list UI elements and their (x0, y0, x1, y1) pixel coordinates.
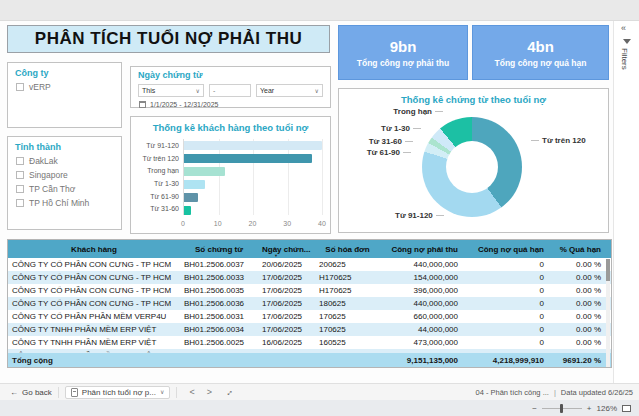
bar-category-axis: Từ 91-120Từ trên 120Trong hạnTừ 1-30Từ 6… (137, 139, 183, 215)
go-back-button[interactable]: ← Go back (10, 388, 52, 397)
axis-tick-label: 10 (214, 220, 222, 227)
table-cell: 16/06/2025 (258, 336, 315, 349)
filters-pane-label[interactable]: Filters (620, 48, 629, 70)
checkbox-item[interactable]: TP Hồ Chí Minh (8, 196, 121, 210)
table-cell: BH01.2506.0036 (180, 297, 258, 310)
relative-date-unit-dropdown[interactable]: Year ∨ (256, 84, 323, 97)
checkbox-label: ĐakLak (29, 156, 58, 166)
browser-chrome-strip (0, 0, 639, 21)
relative-date-mode-dropdown[interactable]: This ∨ (138, 84, 204, 97)
bar-row (184, 139, 322, 152)
table-row[interactable]: CÔNG TY CỔ PHẦN CON CƯNG - TP HCMBH01.25… (8, 271, 611, 284)
column-header[interactable]: Công nợ quá hạn (462, 240, 548, 258)
fit-to-page-button[interactable] (622, 405, 631, 412)
table-cell: 0 (462, 297, 548, 310)
receivables-table: Khách hàngSố chứng từNgày chứn...▼Số hóa… (7, 239, 612, 368)
zoom-out-button[interactable]: − (532, 404, 537, 413)
table-cell: 200625 (315, 258, 380, 271)
checkbox-label: Singapore (29, 170, 68, 180)
chart-title: Thống kê khách hàng theo tuổi nợ (131, 117, 330, 133)
sort-descending-icon[interactable]: ▼ (274, 253, 278, 258)
donut-slice-label: Từ 31-60 (369, 137, 413, 146)
bar[interactable] (184, 167, 225, 176)
page-selector-dropdown[interactable]: Phân tích tuổi nợ p... ∨ (65, 386, 171, 399)
date-slicer: Ngày chứng từ This ∨ - Year ∨ 1/1/2025 -… (130, 66, 331, 108)
filter-funnel-icon (623, 39, 631, 44)
table-cell: 17/06/2025 (258, 297, 315, 310)
checkbox-icon[interactable] (16, 83, 24, 91)
checkbox-icon[interactable] (16, 171, 24, 179)
bar-category-label: Từ 31-60 (137, 202, 183, 215)
bar[interactable] (184, 141, 322, 150)
divider: | (554, 388, 556, 397)
bar-plot-area (183, 139, 322, 215)
column-header[interactable]: % Quá hạn (548, 240, 605, 258)
calendar-icon (139, 101, 146, 108)
table-cell: 170625 (315, 310, 380, 323)
date-range-row: 1/1/2025 - 12/31/2025 (131, 97, 330, 108)
slicer-title: Ngày chứng từ (131, 67, 330, 82)
table-row[interactable]: CÔNG TY CỔ PHẦN CON CƯNG - TP HCMBH01.25… (8, 284, 611, 297)
kpi-value: 4bn (527, 38, 554, 56)
column-header[interactable]: Khách hàng (8, 240, 180, 258)
table-scrollbar[interactable] (606, 259, 610, 367)
column-header[interactable]: Công nợ phải thu (380, 240, 462, 258)
table-row[interactable]: CÔNG TY CỔ PHẦN CON CƯNG - TP HCMBH01.25… (8, 258, 611, 271)
checkbox-icon[interactable] (16, 199, 24, 207)
relative-date-number-input[interactable]: - (209, 84, 251, 97)
table-row[interactable]: CÔNG TY CỔ PHẦN CON CƯNG - TP HCMBH01.25… (8, 297, 611, 310)
zoom-slider-thumb[interactable] (560, 404, 563, 413)
table-cell: CÔNG TY CỔ PHẦN CON CƯNG - TP HCM (8, 297, 180, 310)
table-cell: 0 (462, 284, 548, 297)
axis-tick-label: 0 (181, 220, 185, 227)
checkbox-item[interactable]: vERP (8, 80, 121, 94)
expand-filters-pane-icon[interactable]: « (621, 23, 626, 33)
chevron-down-icon: ∨ (315, 88, 319, 94)
date-range-value: 1/1/2025 - 12/31/2025 (150, 101, 219, 108)
zoom-slider[interactable] (542, 408, 582, 409)
bar[interactable] (184, 206, 191, 215)
bar[interactable] (184, 180, 205, 189)
bar-category-label: Từ 91-120 (137, 139, 183, 152)
column-header[interactable]: Số hóa đơn (315, 240, 380, 258)
table-cell: 0 (462, 258, 548, 271)
page-selector-label: Phân tích tuổi nợ p... (82, 388, 156, 397)
checkbox-icon[interactable] (16, 157, 24, 165)
checkbox-item[interactable]: TP Cần Thơ (8, 182, 121, 196)
table-cell: 0 (462, 310, 548, 323)
table-cell: BH01.2506.0035 (180, 284, 258, 297)
table-cell: 0.00 % (548, 297, 605, 310)
table-row[interactable]: CÔNG TY TNHH PHẦN MỀM ERP VIỆTBH01.2506.… (8, 323, 611, 336)
table-cell: 0.00 % (548, 258, 605, 271)
table-cell: BH01.2506.0034 (180, 323, 258, 336)
chevron-down-icon: ∨ (160, 389, 164, 395)
scrollbar-thumb[interactable] (606, 259, 610, 281)
documents-by-age-donut-chart: Thống kê chứng từ theo tuổi nợ Từ trên 1… (338, 88, 609, 233)
table-row[interactable]: CÔNG TY CỔ PHẦN PHẦN MỀM VERP4UBH01.2506… (8, 310, 611, 323)
column-header[interactable]: Số chứng từ (180, 240, 258, 258)
table-cell: CÔNG TY CỔ PHẦN CON CƯNG - TP HCM (8, 284, 180, 297)
checkbox-item[interactable]: Singapore (8, 168, 121, 182)
previous-page-button[interactable]: < (189, 387, 194, 397)
table-cell: BH01.2506.0031 (180, 310, 258, 323)
bar[interactable] (184, 193, 198, 202)
table-row[interactable]: CÔNG TY TNHH PHẦN MỀM ERP VIỆTBH01.2506.… (8, 336, 611, 349)
province-checkbox-list: ĐakLakSingaporeTP Cần ThơTP Hồ Chí Minh (8, 154, 121, 210)
data-updated-text: Data updated 6/26/25 (561, 388, 633, 397)
donut-slice-label: Trong hạn (393, 107, 443, 116)
donut-chart[interactable] (422, 117, 522, 217)
kpi-total-overdue[interactable]: 4bn Tổng công nợ quá hạn (472, 25, 609, 80)
total-cell (180, 353, 258, 367)
page-title: PHÂN TÍCH TUỔI NỢ PHẢI THU (7, 25, 330, 53)
checkbox-item[interactable]: ĐakLak (8, 154, 121, 168)
kpi-total-receivables[interactable]: 9bn Tổng công nợ phải thu (338, 25, 468, 80)
zoom-in-button[interactable]: + (587, 404, 592, 413)
bar[interactable] (184, 154, 312, 163)
fullscreen-expand-icon[interactable]: ↔ (222, 385, 235, 398)
column-header[interactable]: Ngày chứn...▼ (258, 240, 315, 258)
total-cell: 4,218,999,910 (462, 353, 548, 367)
table-cell: BH01.2506.0025 (180, 336, 258, 349)
next-page-button[interactable]: > (207, 387, 212, 397)
table-cell: 0.00 % (548, 323, 605, 336)
checkbox-icon[interactable] (16, 185, 24, 193)
